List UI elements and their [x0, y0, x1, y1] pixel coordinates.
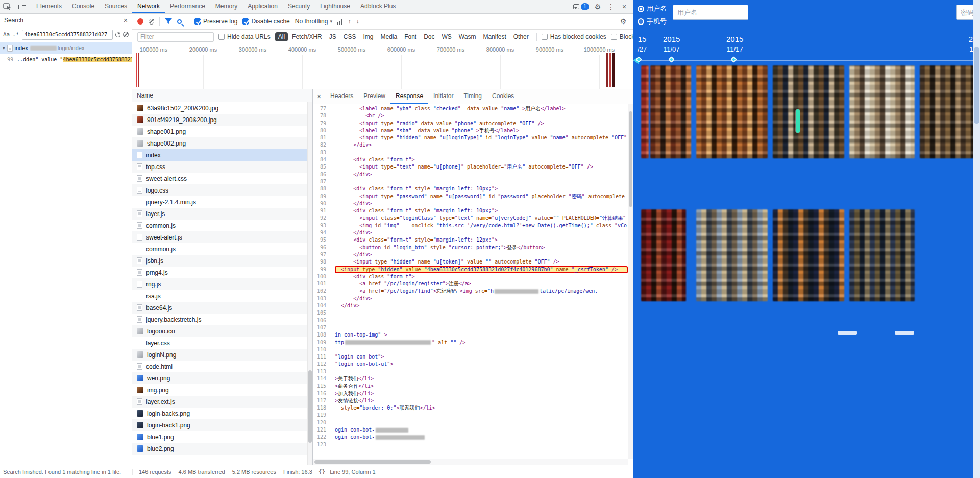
name-column-header[interactable]: Name [132, 89, 312, 102]
request-row[interactable]: prng4.js [132, 267, 312, 278]
filter-pill-all[interactable]: All [275, 32, 288, 41]
request-row[interactable]: loginN.png [132, 349, 312, 361]
request-row[interactable]: login-back1.png [132, 419, 312, 431]
page-scrollbar[interactable] [973, 0, 980, 478]
tab-cookies[interactable]: Cookies [487, 89, 519, 104]
photo-thumbnail[interactable] [849, 65, 915, 158]
tab-adblock-plus[interactable]: Adblock Plus [355, 0, 401, 13]
request-row[interactable]: shape001.png [132, 126, 312, 137]
tab-performance[interactable]: Performance [165, 0, 210, 13]
search-icon[interactable] [177, 19, 182, 24]
close-devtools-icon[interactable]: × [620, 3, 629, 10]
request-row[interactable]: wen.png [132, 372, 312, 384]
network-overview[interactable]: 100000 ms200000 ms300000 ms400000 ms5000… [132, 44, 633, 89]
disable-cache-checkbox[interactable]: Disable cache [242, 18, 289, 25]
filter-pill-manifest[interactable]: Manifest [480, 32, 509, 41]
scrollbar-thumb[interactable] [308, 370, 312, 443]
refresh-search-icon[interactable] [115, 32, 120, 37]
filter-pill-other[interactable]: Other [510, 32, 532, 41]
scrollbar-thumb[interactable] [974, 47, 979, 124]
request-row[interactable]: code.html [132, 361, 312, 372]
request-row[interactable]: img.png [132, 384, 312, 396]
requests-scrollbar[interactable] [307, 102, 312, 465]
tab-application[interactable]: Application [242, 0, 283, 13]
request-row[interactable]: logooo.ico [132, 325, 312, 337]
tab-sources[interactable]: Sources [100, 0, 132, 13]
photo-thumbnail[interactable] [650, 65, 691, 158]
filter-pill-doc[interactable]: Doc [421, 32, 437, 41]
inner-scrollbar-thumb[interactable] [796, 109, 800, 133]
throttling-select[interactable]: No throttling ▾ [295, 18, 332, 25]
clear-search-icon[interactable] [123, 32, 129, 37]
drawer-messages-icon[interactable]: 1 [573, 3, 589, 10]
tab-memory[interactable]: Memory [210, 0, 242, 13]
photo-thumbnail[interactable] [696, 209, 768, 301]
code-vertical-scrollbar[interactable] [628, 104, 633, 459]
format-icon[interactable]: {} [318, 468, 325, 475]
network-settings-gear-icon[interactable]: ⚙ [619, 18, 628, 25]
settings-gear-icon[interactable]: ⚙ [593, 3, 602, 10]
scrollbar-thumb[interactable] [629, 111, 632, 207]
match-case-toggle[interactable]: Aa [3, 31, 10, 38]
filter-pill-font[interactable]: Font [401, 32, 420, 41]
tab-headers[interactable]: Headers [325, 89, 358, 104]
tab-network[interactable]: Network [132, 0, 165, 13]
request-row[interactable]: jquery-2.1.4.min.js [132, 196, 312, 208]
more-options-icon[interactable]: ⋮ [606, 3, 616, 10]
clear-network-log-icon[interactable] [149, 19, 154, 25]
request-row[interactable]: common.js [132, 220, 312, 231]
response-code-area[interactable]: 77 <label name="yba" class="checked" dat… [313, 104, 633, 465]
request-row[interactable]: login-backs.png [132, 408, 312, 419]
preserve-log-checkbox[interactable]: Preserve log [194, 18, 237, 25]
request-row[interactable]: jquery.backstretch.js [132, 314, 312, 325]
request-row[interactable]: rng.js [132, 278, 312, 290]
hide-data-urls-checkbox[interactable]: Hide data URLs [218, 33, 271, 40]
photo-thumbnail[interactable] [849, 209, 915, 301]
photo-thumbnail[interactable] [773, 65, 844, 158]
network-conditions-icon[interactable] [337, 19, 343, 25]
inspect-element-icon[interactable] [0, 0, 14, 13]
tab-elements[interactable]: Elements [31, 0, 67, 13]
filter-pill-media[interactable]: Media [377, 32, 400, 41]
request-row[interactable]: layer.ext.js [132, 396, 312, 408]
request-row[interactable]: logo.css [132, 184, 312, 196]
request-row[interactable]: sweet-alert.js [132, 231, 312, 243]
code-horizontal-scrollbar[interactable] [313, 459, 628, 465]
device-toolbar-icon[interactable] [14, 0, 29, 13]
request-row[interactable]: blue1.png [132, 431, 312, 443]
request-row[interactable]: index [132, 149, 312, 161]
scrollbar-thumb[interactable] [314, 460, 431, 464]
filter-pill-img[interactable]: Img [360, 32, 376, 41]
photo-thumbnail[interactable] [696, 65, 768, 158]
filter-pill-css[interactable]: CSS [340, 32, 359, 41]
tab-preview[interactable]: Preview [358, 89, 390, 104]
request-row[interactable]: base64.js [132, 302, 312, 314]
has-blocked-cookies-checkbox[interactable]: Has blocked cookies [542, 33, 606, 40]
request-row[interactable]: 901cf49219_200&200.jpg [132, 114, 312, 126]
search-result-match[interactable]: 99 ..dden" value="4bea63330c5ccdd3758832… [0, 54, 132, 65]
filter-pill-fetch-xhr[interactable]: Fetch/XHR [289, 32, 325, 41]
filter-pill-js[interactable]: JS [326, 32, 339, 41]
search-result-file[interactable]: ▾ index login/index [0, 42, 132, 54]
photo-thumbnail[interactable] [920, 65, 974, 158]
tab-timing[interactable]: Timing [458, 89, 487, 104]
request-row[interactable]: common.js [132, 243, 312, 255]
tab-response[interactable]: Response [390, 89, 428, 104]
request-row[interactable]: rsa.js [132, 290, 312, 302]
close-details-icon[interactable]: × [313, 89, 325, 104]
request-row[interactable]: layer.css [132, 337, 312, 349]
filter-input[interactable] [137, 32, 214, 42]
search-input[interactable] [22, 30, 113, 40]
request-row[interactable]: top.css [132, 161, 312, 173]
export-har-icon[interactable]: ↓ [356, 18, 359, 25]
tab-lighthouse[interactable]: Lighthouse [315, 0, 355, 13]
filter-pill-ws[interactable]: WS [439, 32, 455, 41]
close-search-icon[interactable]: × [124, 16, 128, 25]
tab-initiator[interactable]: Initiator [428, 89, 458, 104]
regex-toggle[interactable]: .* [12, 31, 19, 38]
request-row[interactable]: sweet-alert.css [132, 173, 312, 184]
tab-security[interactable]: Security [283, 0, 315, 13]
photo-thumbnail[interactable] [641, 209, 686, 301]
tab-console[interactable]: Console [67, 0, 100, 13]
request-row[interactable]: layer.js [132, 208, 312, 220]
